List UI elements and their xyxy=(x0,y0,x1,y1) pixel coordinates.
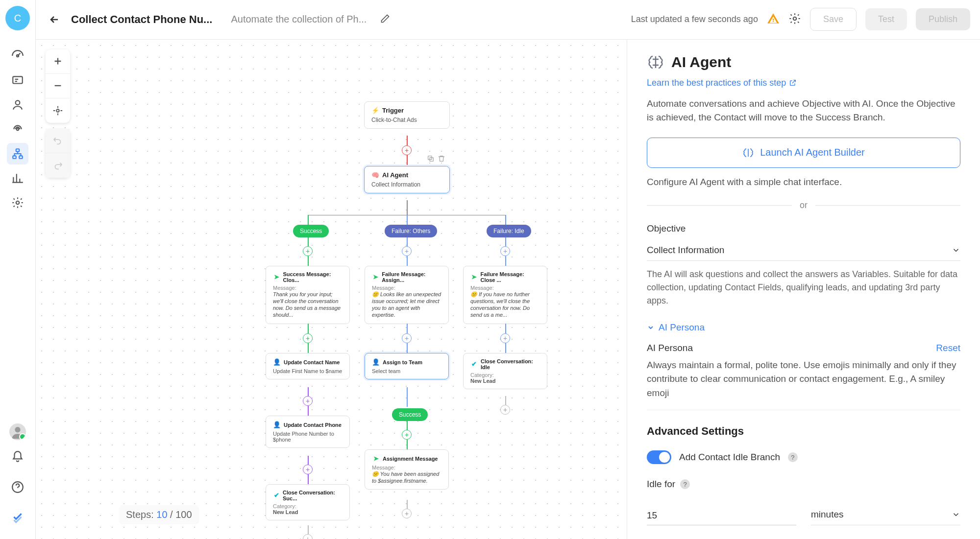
warning-icon[interactable] xyxy=(767,12,780,27)
chevron-down-icon xyxy=(647,324,655,331)
send-icon: ➤ xyxy=(372,455,380,463)
messages-icon[interactable] xyxy=(7,70,28,91)
add-step-icon[interactable]: + xyxy=(402,430,412,440)
svg-rect-6 xyxy=(19,156,23,158)
workflow-subtitle: Automate the collection of Ph... xyxy=(231,14,367,25)
svg-point-8 xyxy=(15,427,20,432)
add-step-icon[interactable]: + xyxy=(402,246,412,256)
add-step-icon[interactable]: + xyxy=(303,465,313,474)
user-avatar[interactable] xyxy=(9,423,26,440)
reset-persona-link[interactable]: Reset xyxy=(936,343,960,353)
workflow-settings-icon[interactable] xyxy=(788,12,801,27)
brain-icon: 🧠 xyxy=(371,171,379,179)
save-button[interactable]: Save xyxy=(810,8,857,31)
persona-text[interactable]: Always maintain a formal, polite tone. U… xyxy=(647,358,960,411)
help-tooltip-icon[interactable]: ? xyxy=(788,452,798,462)
reports-icon[interactable] xyxy=(7,167,28,189)
chevron-down-icon xyxy=(952,510,960,519)
launch-ai-agent-builder-button[interactable]: Launch AI Agent Builder xyxy=(647,138,960,168)
objective-label: Objective xyxy=(647,223,960,234)
svg-point-2 xyxy=(16,100,20,105)
help-tooltip-icon[interactable]: ? xyxy=(680,479,690,489)
publish-button[interactable]: Publish xyxy=(916,8,970,30)
workflow-icon[interactable] xyxy=(7,143,28,164)
workspace-avatar[interactable]: C xyxy=(5,6,30,30)
svg-rect-5 xyxy=(13,156,16,158)
persona-section-toggle[interactable]: AI Persona xyxy=(647,322,960,333)
toggle-label: Add Contact Idle Branch xyxy=(679,452,780,463)
last-updated: Last updated a few seconds ago xyxy=(631,14,758,24)
node-update-contact-name[interactable]: 👤Update Contact Name Update First Name t… xyxy=(266,353,350,379)
app-sidebar: C xyxy=(0,0,36,539)
brain-icon xyxy=(647,53,664,71)
add-step-icon[interactable]: + xyxy=(303,534,313,539)
user-icon: 👤 xyxy=(273,358,281,366)
add-step-icon[interactable]: + xyxy=(303,246,313,256)
notifications-icon[interactable] xyxy=(7,446,28,468)
objective-select[interactable]: Collect Information xyxy=(647,240,960,261)
node-assignment-message[interactable]: ➤Assignment Message Message: 😕 You have … xyxy=(365,449,449,490)
header: Collect Contact Phone Nu... Automate the… xyxy=(36,0,980,40)
send-icon: ➤ xyxy=(273,273,280,281)
test-button[interactable]: Test xyxy=(865,8,907,30)
check-circle-icon: ✔ xyxy=(470,360,478,368)
help-icon[interactable] xyxy=(7,476,28,498)
node-failure-others-message[interactable]: ➤Failure Message: Assign... Message: 😕 L… xyxy=(365,266,449,324)
send-icon: ➤ xyxy=(372,273,379,281)
idle-for-label: Idle for xyxy=(647,479,675,490)
add-step-icon[interactable]: + xyxy=(500,246,510,256)
pill-failure-others: Failure: Others xyxy=(385,225,437,237)
node-ai-agent[interactable]: 🧠AI Agent Collect Information xyxy=(364,166,450,193)
broadcast-icon[interactable] xyxy=(7,118,28,140)
brain-icon xyxy=(742,147,754,159)
node-update-contact-phone[interactable]: 👤Update Contact Phone Update Phone Numbe… xyxy=(266,416,350,448)
back-button[interactable] xyxy=(46,11,63,28)
node-close-idle[interactable]: ✔Close Conversation: Idle Category: New … xyxy=(463,353,547,389)
contacts-icon[interactable] xyxy=(7,94,28,116)
svg-rect-1 xyxy=(13,76,23,83)
persona-label: AI Persona xyxy=(647,343,693,353)
user-icon: 👤 xyxy=(273,421,281,429)
pill-failure-idle: Failure: Idle xyxy=(487,225,531,237)
panel-title: AI Agent xyxy=(671,54,731,70)
learn-link[interactable]: Learn the best practices of this step xyxy=(647,78,797,88)
chevron-down-icon xyxy=(952,246,960,255)
node-trigger[interactable]: ⚡Trigger Click-to-Chat Ads xyxy=(364,101,450,129)
panel-description: Automate conversations and achieve Objec… xyxy=(647,97,960,125)
advanced-settings-title: Advanced Settings xyxy=(647,425,960,438)
canvas-area[interactable]: Steps: 10 / 100 ⚡Trigger Click-to-Chat A… xyxy=(36,40,627,539)
send-icon: ➤ xyxy=(470,273,477,281)
svg-point-7 xyxy=(16,201,20,205)
svg-rect-4 xyxy=(16,149,20,151)
delete-node-icon[interactable] xyxy=(438,155,446,164)
copy-node-icon[interactable] xyxy=(427,155,436,164)
edit-title-icon[interactable] xyxy=(380,14,390,25)
svg-point-10 xyxy=(793,17,797,21)
svg-point-3 xyxy=(17,128,19,130)
pill-success: Success xyxy=(392,408,428,421)
add-step-icon[interactable]: + xyxy=(303,396,313,406)
add-step-icon[interactable]: + xyxy=(500,405,510,415)
user-icon: 👤 xyxy=(372,358,380,366)
bolt-icon: ⚡ xyxy=(371,107,379,115)
node-success-message[interactable]: ➤Success Message: Clos... Message: Thank… xyxy=(266,266,350,324)
add-step-icon[interactable]: + xyxy=(303,333,313,343)
brand-icon[interactable] xyxy=(7,507,28,528)
node-close-success[interactable]: ✔Close Conversation: Suc... Category: Ne… xyxy=(266,484,350,520)
add-step-icon[interactable]: + xyxy=(402,333,412,343)
add-step-icon[interactable]: + xyxy=(402,509,412,518)
settings-nav-icon[interactable] xyxy=(7,192,28,213)
pill-success: Success xyxy=(293,225,329,237)
add-step-icon[interactable]: + xyxy=(500,333,510,343)
node-failure-idle-message[interactable]: ➤Failure Message: Close ... Message: 😕 I… xyxy=(463,266,547,324)
add-step-icon[interactable]: + xyxy=(402,145,412,155)
idle-branch-toggle[interactable] xyxy=(647,450,671,464)
idle-duration-input[interactable] xyxy=(647,506,796,525)
idle-unit-select[interactable]: minutes xyxy=(811,504,960,525)
objective-help-text: The AI will ask questions and collect th… xyxy=(647,268,960,307)
node-assign-team[interactable]: 👤Assign to Team Select team xyxy=(365,353,449,379)
workflow-title: Collect Contact Phone Nu... xyxy=(71,13,212,26)
settings-panel: AI Agent Learn the best practices of thi… xyxy=(627,40,980,539)
or-divider: or xyxy=(800,200,808,211)
dashboard-icon[interactable] xyxy=(7,45,28,67)
